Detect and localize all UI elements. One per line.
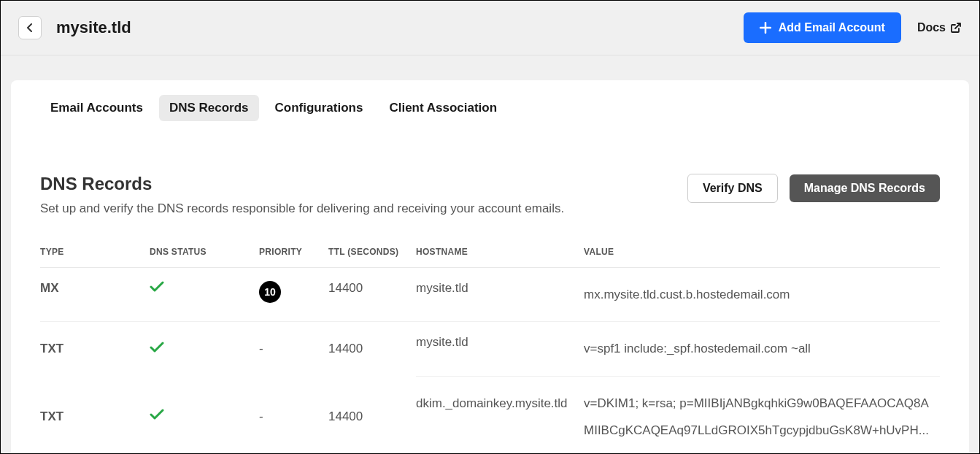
verify-dns-button[interactable]: Verify DNS bbox=[687, 174, 778, 203]
page-header: mysite.tld Add Email Account Docs bbox=[1, 1, 979, 55]
table-row: TXT - 14400 dkim._domainkey.mysite.tld v… bbox=[40, 376, 940, 454]
record-status bbox=[150, 268, 259, 322]
add-email-account-label: Add Email Account bbox=[779, 21, 885, 34]
tab-dns-records[interactable]: DNS Records bbox=[159, 95, 259, 121]
record-hostname: mysite.tld bbox=[416, 322, 584, 376]
page-title: mysite.tld bbox=[56, 18, 744, 37]
content-card: Email Accounts DNS Records Configuration… bbox=[11, 80, 969, 454]
add-email-account-button[interactable]: Add Email Account bbox=[744, 12, 901, 43]
record-type: TXT bbox=[40, 376, 150, 454]
record-status bbox=[150, 376, 259, 454]
tabs-container: Email Accounts DNS Records Configuration… bbox=[11, 80, 969, 133]
chevron-left-icon bbox=[27, 23, 33, 32]
docs-link[interactable]: Docs bbox=[917, 21, 962, 34]
section-description: Set up and verify the DNS records respon… bbox=[40, 201, 687, 216]
record-value: v=spf1 include:_spf.hostedemail.com ~all bbox=[584, 322, 940, 376]
col-header-value: VALUE bbox=[584, 241, 940, 268]
check-icon bbox=[150, 342, 164, 357]
col-header-priority: PRIORITY bbox=[259, 241, 328, 268]
record-priority: - bbox=[259, 376, 328, 454]
priority-badge: 10 bbox=[259, 281, 281, 303]
dns-table-wrapper: TYPE DNS STATUS PRIORITY TTL (SECONDS) H… bbox=[11, 223, 969, 454]
check-icon bbox=[150, 409, 164, 424]
record-type: MX bbox=[40, 268, 150, 322]
col-header-hostname: HOSTNAME bbox=[416, 241, 584, 268]
record-ttl: 14400 bbox=[328, 268, 416, 322]
table-row: MX 10 14400 mysite.tld mx.mysite.tld.cus… bbox=[40, 268, 940, 322]
record-hostname: dkim._domainkey.mysite.tld bbox=[416, 376, 584, 454]
record-value: mx.mysite.tld.cust.b.hostedemail.com bbox=[584, 268, 940, 322]
dns-table: TYPE DNS STATUS PRIORITY TTL (SECONDS) H… bbox=[40, 241, 940, 454]
col-header-status: DNS STATUS bbox=[150, 241, 259, 268]
back-button[interactable] bbox=[18, 16, 42, 39]
record-status bbox=[150, 322, 259, 376]
section-title: DNS Records bbox=[40, 174, 687, 194]
col-header-ttl: TTL (SECONDS) bbox=[328, 241, 416, 268]
record-priority: 10 bbox=[259, 268, 328, 322]
col-header-type: TYPE bbox=[40, 241, 150, 268]
table-row: TXT - 14400 mysite.tld v=spf1 include:_s… bbox=[40, 322, 940, 376]
section-header: DNS Records Set up and verify the DNS re… bbox=[11, 133, 969, 223]
record-hostname: mysite.tld bbox=[416, 268, 584, 322]
record-type: TXT bbox=[40, 322, 150, 376]
tab-email-accounts[interactable]: Email Accounts bbox=[40, 95, 153, 121]
external-link-icon bbox=[950, 22, 962, 34]
record-ttl: 14400 bbox=[328, 322, 416, 376]
section-actions: Verify DNS Manage DNS Records bbox=[687, 174, 940, 203]
tab-configurations[interactable]: Configurations bbox=[265, 95, 374, 121]
tab-client-association[interactable]: Client Association bbox=[379, 95, 507, 121]
table-header-row: TYPE DNS STATUS PRIORITY TTL (SECONDS) H… bbox=[40, 241, 940, 268]
manage-dns-records-button[interactable]: Manage DNS Records bbox=[790, 174, 940, 202]
plus-icon bbox=[760, 22, 771, 34]
docs-label: Docs bbox=[917, 21, 946, 34]
record-value: v=DKIM1; k=rsa; p=MIIBIjANBgkqhkiG9w0BAQ… bbox=[584, 376, 940, 454]
check-icon bbox=[150, 281, 164, 296]
record-priority: - bbox=[259, 322, 328, 376]
section-text: DNS Records Set up and verify the DNS re… bbox=[40, 174, 687, 216]
record-ttl: 14400 bbox=[328, 376, 416, 454]
